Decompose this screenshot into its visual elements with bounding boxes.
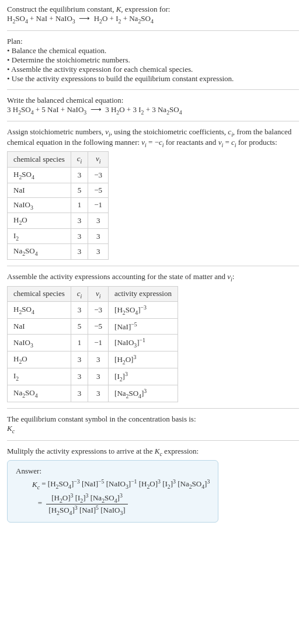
- activity-intro: Assemble the activity expressions accoun…: [7, 272, 299, 283]
- plan-item: • Use the activity expressions to build …: [7, 74, 299, 83]
- title-line: Construct the equilibrium constant, K, e…: [7, 5, 299, 14]
- cell-activity: [Na2SO4]3: [109, 385, 178, 402]
- cell-vi: 3: [88, 351, 109, 368]
- divider: [7, 121, 299, 121]
- answer-box: Answer: Kc = [H2SO4]−3 [NaI]−5 [NaIO3]−1…: [7, 460, 218, 523]
- cell-species: NaIO3: [8, 197, 71, 213]
- cell-species: H2O: [8, 351, 71, 368]
- cell-ci: 3: [71, 244, 88, 260]
- title-block: Construct the equilibrium constant, K, e…: [7, 5, 299, 25]
- answer-label: Answer:: [16, 467, 210, 476]
- plan-item: • Balance the chemical equation.: [7, 46, 299, 55]
- cell-ci: 3: [71, 213, 88, 229]
- answer-expression: Kc = [H2SO4]−3 [NaI]−5 [NaIO3]−1 [H2O]3 …: [32, 478, 210, 516]
- table-row: NaI5−5: [8, 183, 109, 197]
- stoich-block: Assign stoichiometric numbers, νi, using…: [7, 127, 299, 260]
- stoich-intro: Assign stoichiometric numbers, νi, using…: [7, 127, 299, 148]
- answer-line-2: = [H2O]3 [I2]3 [Na2SO4]3 [H2SO4]3 [NaI]5…: [32, 492, 210, 516]
- cell-ci: 3: [71, 302, 88, 319]
- balanced-header: Write the balanced chemical equation:: [7, 96, 299, 105]
- cell-vi: −5: [88, 183, 109, 197]
- cell-vi: 3: [88, 228, 109, 244]
- col-vi: νi: [88, 152, 109, 168]
- divider: [7, 440, 299, 441]
- cell-species: NaI: [8, 183, 71, 197]
- cell-species: Na2SO4: [8, 244, 71, 260]
- cell-ci: 3: [71, 385, 88, 402]
- table-header-row: chemical species ci νi activity expressi…: [8, 286, 178, 302]
- kc-symbol-block: The equilibrium constant symbol in the c…: [7, 415, 299, 434]
- cell-activity: [NaIO3]−1: [109, 335, 178, 351]
- balanced-block: Write the balanced chemical equation: 3 …: [7, 96, 299, 116]
- col-vi: νi: [88, 286, 109, 302]
- activity-block: Assemble the activity expressions accoun…: [7, 272, 299, 402]
- table-row: I233[I2]3: [8, 368, 178, 385]
- cell-species: I2: [8, 368, 71, 385]
- divider: [7, 30, 299, 31]
- multiply-block: Mulitply the activity expressions to arr…: [7, 447, 299, 523]
- cell-ci: 5: [71, 183, 88, 197]
- activity-table: chemical species ci νi activity expressi…: [7, 286, 178, 403]
- cell-vi: 3: [88, 385, 109, 402]
- cell-activity: [H2SO4]−3: [109, 302, 178, 319]
- plan-header: Plan:: [7, 37, 299, 46]
- cell-vi: −3: [88, 167, 109, 183]
- kc-line: The equilibrium constant symbol in the c…: [7, 415, 299, 424]
- kc-symbol: Kc: [7, 424, 299, 434]
- cell-vi: 3: [88, 244, 109, 260]
- answer-line-1: Kc = [H2SO4]−3 [NaI]−5 [NaIO3]−1 [H2O]3 …: [32, 478, 210, 490]
- col-ci: ci: [71, 286, 88, 302]
- table-row: Na2SO433: [8, 244, 109, 260]
- col-ci: ci: [71, 152, 88, 168]
- cell-vi: −1: [88, 335, 109, 351]
- cell-vi: 3: [88, 368, 109, 385]
- answer-denominator: [H2SO4]3 [NaI]5 [NaIO3]: [46, 504, 127, 516]
- multiply-line: Mulitply the activity expressions to arr…: [7, 447, 299, 457]
- balanced-equation: 3 H2SO4 + 5 NaI + NaIO3 ⟶ 3 H2O + 3 I2 +…: [7, 105, 299, 116]
- col-species: chemical species: [8, 152, 71, 168]
- cell-species: H2SO4: [8, 167, 71, 183]
- divider: [7, 408, 299, 409]
- cell-vi: −5: [88, 319, 109, 335]
- cell-species: H2O: [8, 213, 71, 229]
- cell-activity: [I2]3: [109, 368, 178, 385]
- cell-species: NaI: [8, 319, 71, 335]
- cell-species: H2SO4: [8, 302, 71, 319]
- cell-ci: 3: [71, 368, 88, 385]
- col-species: chemical species: [8, 286, 71, 302]
- cell-activity: [H2O]3: [109, 351, 178, 368]
- answer-fraction: [H2O]3 [I2]3 [Na2SO4]3 [H2SO4]3 [NaI]5 […: [46, 492, 127, 516]
- divider: [7, 266, 299, 266]
- table-row: H2SO43−3[H2SO4]−3: [8, 302, 178, 319]
- table-row: H2SO43−3: [8, 167, 109, 183]
- cell-vi: −3: [88, 302, 109, 319]
- stoich-table: chemical species ci νi H2SO43−3 NaI5−5 N…: [7, 151, 109, 260]
- table-row: H2O33[H2O]3: [8, 351, 178, 368]
- table-row: NaI5−5[NaI]−5: [8, 319, 178, 335]
- cell-ci: 3: [71, 167, 88, 183]
- divider: [7, 89, 299, 90]
- plan-block: Plan: • Balance the chemical equation. •…: [7, 37, 299, 83]
- cell-ci: 3: [71, 351, 88, 368]
- table-row: I233: [8, 228, 109, 244]
- title-equation: H2SO4 + NaI + NaIO3 ⟶ H2O + I2 + Na2SO4: [7, 14, 299, 25]
- table-row: NaIO31−1[NaIO3]−1: [8, 335, 178, 351]
- cell-ci: 1: [71, 335, 88, 351]
- cell-species: Na2SO4: [8, 385, 71, 402]
- table-row: NaIO31−1: [8, 197, 109, 213]
- cell-species: I2: [8, 228, 71, 244]
- cell-ci: 1: [71, 197, 88, 213]
- cell-ci: 3: [71, 228, 88, 244]
- col-activity: activity expression: [109, 286, 178, 302]
- table-row: Na2SO433[Na2SO4]3: [8, 385, 178, 402]
- answer-numerepisode: [H2O]3 [I2]3 [Na2SO4]3: [46, 492, 127, 504]
- cell-vi: −1: [88, 197, 109, 213]
- plan-item: • Assemble the activity expression for e…: [7, 65, 299, 74]
- table-row: H2O33: [8, 213, 109, 229]
- table-header-row: chemical species ci νi: [8, 152, 109, 168]
- cell-ci: 5: [71, 319, 88, 335]
- cell-activity: [NaI]−5: [109, 319, 178, 335]
- plan-item: • Determine the stoichiometric numbers.: [7, 55, 299, 65]
- cell-vi: 3: [88, 213, 109, 229]
- cell-species: NaIO3: [8, 335, 71, 351]
